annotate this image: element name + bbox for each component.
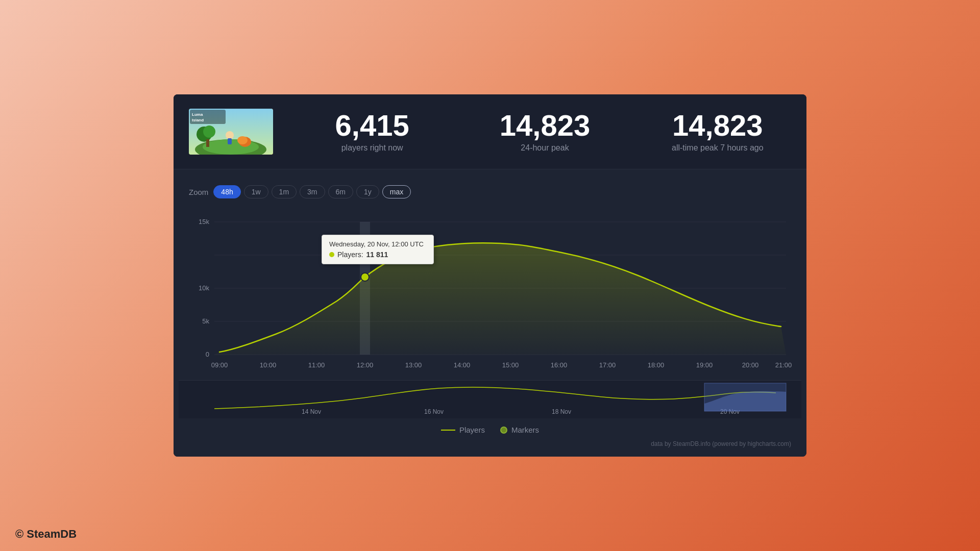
svg-text:15k: 15k (199, 218, 209, 226)
svg-text:15:00: 15:00 (502, 361, 519, 369)
svg-text:09:00: 09:00 (211, 361, 228, 369)
zoom-3m-button[interactable]: 3m (300, 185, 325, 198)
thumbnail-inner: Luma Island (189, 109, 273, 155)
chart-legend: Players Markers (179, 418, 801, 438)
copyright-text: © SteamDB (15, 528, 77, 541)
legend-markers-dot-icon (500, 427, 507, 434)
zoom-max-button[interactable]: max (382, 185, 411, 198)
header: Luma Island 6,415 players right now 14,8… (174, 94, 806, 169)
legend-players: Players (441, 425, 485, 434)
svg-point-36 (361, 273, 369, 281)
zoom-6m-button[interactable]: 6m (328, 185, 353, 198)
svg-text:18:00: 18:00 (648, 361, 665, 369)
svg-rect-5 (206, 139, 209, 147)
zoom-controls: Zoom 48h 1w 1m 3m 6m 1y max (179, 180, 801, 207)
svg-text:19:00: 19:00 (696, 361, 713, 369)
svg-text:21:00: 21:00 (775, 361, 792, 369)
zoom-label: Zoom (189, 188, 208, 196)
zoom-1m-button[interactable]: 1m (272, 185, 297, 198)
svg-text:10:00: 10:00 (260, 361, 277, 369)
legend-markers: Markers (500, 425, 539, 434)
svg-text:16:00: 16:00 (551, 361, 568, 369)
peak-24h-value: 14,823 (500, 111, 590, 140)
svg-text:11:00: 11:00 (308, 361, 325, 369)
svg-text:Luma: Luma (192, 112, 203, 117)
players-now-label: players right now (341, 143, 403, 153)
svg-point-7 (237, 136, 248, 144)
chart-wrapper: Wednesday, 20 Nov, 12:00 UTC Players: 11… (184, 207, 796, 380)
legend-markers-label: Markers (511, 425, 539, 434)
legend-players-label: Players (459, 425, 485, 434)
svg-text:16 Nov: 16 Nov (424, 408, 444, 415)
svg-text:20:00: 20:00 (742, 361, 759, 369)
chart-section: Zoom 48h 1w 1m 3m 6m 1y max Wednesday, 2… (174, 170, 806, 457)
alltime-peak-label: all-time peak 7 hours ago (672, 143, 764, 153)
data-credit: data by SteamDB.info (powered by highcha… (179, 438, 801, 452)
svg-text:13:00: 13:00 (405, 361, 422, 369)
svg-text:0: 0 (206, 350, 209, 358)
zoom-1y-button[interactable]: 1y (356, 185, 379, 198)
svg-point-8 (226, 131, 234, 139)
main-container: Luma Island 6,415 players right now 14,8… (174, 94, 806, 457)
mini-chart-area: 14 Nov 16 Nov 18 Nov 20 Nov (179, 380, 801, 418)
svg-text:14:00: 14:00 (454, 361, 471, 369)
game-thumbnail: Luma Island (189, 109, 273, 155)
stat-alltime-peak: 14,823 all-time peak 7 hours ago (644, 111, 791, 153)
zoom-48h-button[interactable]: 48h (213, 185, 240, 198)
peak-24h-label: 24-hour peak (521, 143, 569, 153)
players-now-value: 6,415 (335, 111, 409, 140)
svg-text:10k: 10k (199, 284, 209, 292)
svg-text:17:00: 17:00 (599, 361, 616, 369)
main-chart-svg: 15k 10k 5k 0 09:00 10:00 11:00 12:00 13:… (184, 207, 796, 380)
zoom-1w-button[interactable]: 1w (244, 185, 268, 198)
svg-text:14 Nov: 14 Nov (302, 408, 321, 415)
legend-players-line-icon (441, 430, 455, 431)
svg-rect-9 (228, 138, 232, 144)
svg-text:18 Nov: 18 Nov (552, 408, 571, 415)
stat-peak-24h: 14,823 24-hour peak (471, 111, 618, 153)
svg-text:Island: Island (192, 118, 204, 122)
svg-text:5k: 5k (202, 317, 209, 325)
svg-point-4 (203, 126, 215, 138)
svg-text:12:00: 12:00 (357, 361, 374, 369)
mini-chart-svg: 14 Nov 16 Nov 18 Nov 20 Nov (179, 381, 801, 418)
stat-players-now: 6,415 players right now (299, 111, 446, 153)
alltime-peak-value: 14,823 (672, 111, 763, 140)
thumbnail-svg: Luma Island (189, 109, 273, 155)
